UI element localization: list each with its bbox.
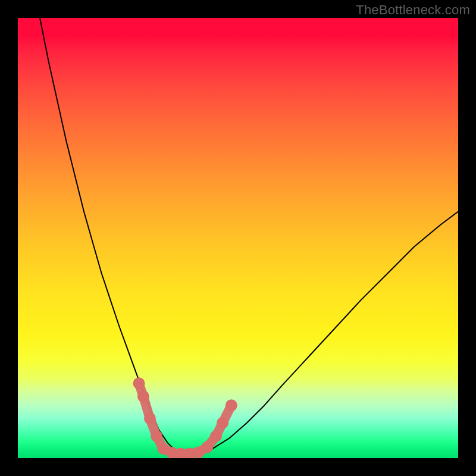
highlight-bead [137, 390, 149, 402]
bottleneck-curve [40, 18, 458, 456]
highlight-bead [144, 412, 156, 424]
highlight-bead [133, 377, 145, 389]
chart-frame: TheBottleneck.com [0, 0, 476, 476]
plot-area [18, 18, 458, 458]
watermark-text: TheBottleneck.com [356, 2, 470, 18]
highlight-bead [210, 430, 222, 442]
curve-layer [18, 18, 458, 458]
highlight-bead [217, 417, 228, 429]
highlight-bead [201, 441, 213, 453]
highlight-bead [226, 399, 237, 411]
highlight-bead [151, 430, 162, 442]
